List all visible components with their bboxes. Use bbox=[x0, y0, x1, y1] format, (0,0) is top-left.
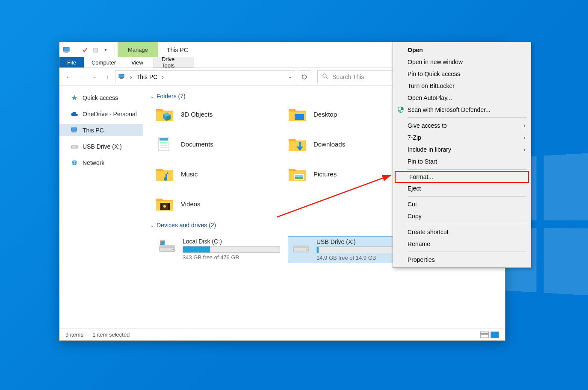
svg-line-6 bbox=[326, 77, 328, 79]
ribbon-tab-file[interactable]: File bbox=[59, 57, 84, 67]
status-item-count: 9 items bbox=[65, 331, 83, 338]
svg-point-30 bbox=[163, 205, 166, 208]
svg-rect-1 bbox=[65, 52, 68, 53]
svg-rect-37 bbox=[293, 246, 309, 248]
ribbon-tab-computer[interactable]: Computer bbox=[84, 57, 124, 67]
folder-label: Downloads bbox=[313, 141, 345, 148]
svg-rect-26 bbox=[295, 177, 303, 179]
details-view-button[interactable] bbox=[480, 331, 489, 338]
sidebar-item-label: USB Drive (X:) bbox=[83, 143, 122, 150]
sidebar-item-quick-access[interactable]: Quick access bbox=[59, 92, 143, 104]
drive-name: Local Disk (C:) bbox=[183, 238, 280, 245]
sidebar-item-label: Network bbox=[83, 159, 104, 166]
section-label: Folders (7) bbox=[157, 93, 186, 100]
menu-item-include-library[interactable]: Include in library› bbox=[394, 144, 530, 155]
ribbon-tab-drive-tools[interactable]: Drive Tools bbox=[154, 57, 194, 67]
menu-item-copy[interactable]: Copy bbox=[394, 210, 530, 222]
svg-rect-0 bbox=[63, 47, 69, 51]
chevron-down-icon: ⌄ bbox=[150, 94, 154, 99]
sidebar-item-network[interactable]: Network bbox=[59, 157, 143, 169]
system-icon[interactable] bbox=[63, 46, 71, 54]
svg-rect-2 bbox=[93, 49, 98, 52]
address-bar[interactable]: › This PC › ⌄ bbox=[115, 70, 295, 83]
sidebar-item-label: Quick access bbox=[83, 94, 118, 101]
folder-label: Videos bbox=[181, 200, 201, 208]
svg-point-35 bbox=[173, 249, 174, 250]
folder-downloads-icon bbox=[287, 134, 307, 154]
folder-item-videos[interactable]: Videos bbox=[154, 194, 287, 214]
menu-item-open-new-window[interactable]: Open in new window bbox=[394, 56, 530, 68]
menu-item-give-access[interactable]: Give access to› bbox=[394, 120, 530, 132]
hard-drive-icon bbox=[157, 238, 177, 255]
drive-icon bbox=[71, 143, 78, 150]
svg-point-38 bbox=[307, 249, 308, 251]
sidebar-item-this-pc[interactable]: This PC bbox=[59, 124, 143, 136]
refresh-button[interactable] bbox=[298, 70, 311, 83]
address-pc-icon bbox=[118, 73, 126, 81]
menu-item-create-shortcut[interactable]: Create shortcut bbox=[394, 226, 530, 238]
ribbon-tab-view[interactable]: View bbox=[124, 57, 151, 67]
folder-music-icon bbox=[154, 164, 175, 184]
chevron-right-icon: › bbox=[523, 146, 526, 153]
chevron-right-icon: › bbox=[523, 122, 526, 129]
folder-documents-icon bbox=[154, 134, 175, 154]
menu-item-7zip[interactable]: 7-Zip› bbox=[394, 132, 530, 144]
svg-rect-19 bbox=[160, 138, 168, 141]
address-dropdown-icon[interactable]: ⌄ bbox=[288, 74, 292, 79]
menu-item-rename[interactable]: Rename bbox=[394, 238, 530, 250]
drive-capacity-bar bbox=[183, 246, 280, 253]
sidebar-item-label: OneDrive - Personal bbox=[83, 111, 137, 117]
chevron-right-icon: › bbox=[523, 134, 526, 141]
menu-item-properties[interactable]: Properties bbox=[394, 254, 530, 266]
svg-rect-34 bbox=[160, 240, 163, 243]
star-icon bbox=[71, 94, 78, 102]
svg-rect-28 bbox=[160, 203, 162, 210]
sidebar-item-usb-drive[interactable]: USB Drive (X:) bbox=[59, 141, 143, 152]
large-icons-view-button[interactable] bbox=[490, 331, 499, 338]
drive-free-text: 343 GB free of 476 GB bbox=[183, 254, 280, 261]
folder-item-music[interactable]: Music bbox=[154, 164, 287, 184]
up-button[interactable]: ↑ bbox=[102, 72, 112, 82]
menu-item-open[interactable]: Open bbox=[394, 44, 530, 56]
network-icon bbox=[71, 159, 78, 167]
svg-rect-25 bbox=[295, 175, 303, 177]
menu-item-format[interactable]: Format... bbox=[395, 171, 529, 183]
qat-properties-icon[interactable] bbox=[81, 46, 89, 54]
status-selection-count: 1 item selected bbox=[92, 331, 130, 338]
search-placeholder: Search This bbox=[332, 73, 364, 80]
breadcrumb-chevron-icon[interactable]: › bbox=[128, 73, 134, 80]
cloud-icon bbox=[71, 110, 78, 118]
qat-new-folder-icon[interactable] bbox=[92, 46, 99, 54]
menu-item-pin-start[interactable]: Pin to Start bbox=[394, 155, 530, 167]
menu-item-cut[interactable]: Cut bbox=[394, 198, 530, 210]
folder-item-3d-objects[interactable]: 3D Objects bbox=[154, 104, 287, 124]
breadcrumb-chevron-icon[interactable]: › bbox=[160, 73, 165, 80]
breadcrumb-location[interactable]: This PC bbox=[136, 73, 158, 80]
svg-rect-4 bbox=[120, 78, 123, 79]
navigation-pane: Quick access OneDrive - Personal This PC… bbox=[59, 86, 143, 328]
chevron-down-icon: ⌄ bbox=[150, 223, 154, 228]
menu-item-defender[interactable]: Scan with Microsoft Defender... bbox=[394, 104, 530, 116]
folder-3d-objects-icon bbox=[154, 104, 175, 124]
status-bar: 9 items 1 item selected bbox=[59, 328, 505, 340]
folder-pictures-icon bbox=[287, 164, 307, 184]
svg-rect-29 bbox=[168, 203, 170, 210]
sidebar-item-onedrive[interactable]: OneDrive - Personal bbox=[59, 108, 143, 120]
menu-item-eject[interactable]: Eject bbox=[394, 182, 530, 194]
back-button[interactable]: ← bbox=[64, 72, 74, 82]
qat-dropdown-icon[interactable]: ▼ bbox=[102, 46, 109, 54]
svg-point-5 bbox=[323, 74, 326, 77]
section-label: Devices and drives (2) bbox=[157, 222, 216, 229]
manage-contextual-tab[interactable]: Manage bbox=[118, 42, 158, 57]
recent-dropdown-icon[interactable]: ⌄ bbox=[89, 72, 100, 82]
forward-button[interactable]: → bbox=[77, 72, 87, 82]
svg-rect-17 bbox=[295, 114, 304, 120]
menu-item-bitlocker[interactable]: Turn on BitLocker bbox=[394, 80, 530, 92]
menu-item-autoplay[interactable]: Open AutoPlay... bbox=[394, 92, 530, 104]
svg-rect-8 bbox=[72, 132, 76, 132]
folder-item-documents[interactable]: Documents bbox=[154, 134, 287, 154]
pc-icon bbox=[71, 126, 78, 134]
menu-item-pin-quick-access[interactable]: Pin to Quick access bbox=[394, 68, 530, 80]
drive-item-local-disk[interactable]: Local Disk (C:) 343 GB free of 476 GB bbox=[154, 236, 283, 263]
svg-rect-3 bbox=[119, 74, 124, 78]
